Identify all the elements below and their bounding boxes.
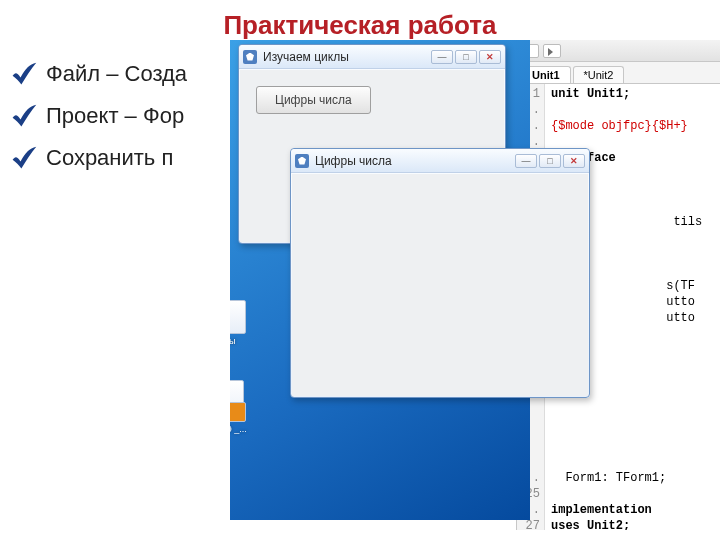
- code-toolbar: [517, 40, 720, 62]
- ide-screenshot: Unit1 *Unit2 1 . . . 5 . 25 . 27 unit Un…: [230, 40, 720, 540]
- maximize-button[interactable]: □: [455, 50, 477, 64]
- desktop-icon[interactable]: [230, 402, 246, 422]
- bullet-text: Проект – Фор: [46, 103, 184, 129]
- desktop-icon[interactable]: [230, 300, 246, 334]
- form-design-surface[interactable]: [292, 174, 588, 396]
- slide-title: Практическая работа: [0, 10, 720, 41]
- close-button[interactable]: ✕: [563, 154, 585, 168]
- editor-tab-unit2[interactable]: *Unit2: [573, 66, 625, 83]
- bullet-text: Файл – Созда: [46, 61, 187, 87]
- lazarus-icon: [243, 50, 257, 64]
- checkmark-icon: [10, 60, 38, 88]
- checkmark-icon: [10, 144, 38, 172]
- window-title: Изучаем циклы: [263, 50, 425, 64]
- window-title: Цифры числа: [315, 154, 509, 168]
- bullet-item: Файл – Созда: [10, 60, 187, 88]
- desktop-icon-label: 10 2019 _...: [230, 424, 250, 434]
- lazarus-icon: [295, 154, 309, 168]
- maximize-button[interactable]: □: [539, 154, 561, 168]
- minimize-button[interactable]: —: [515, 154, 537, 168]
- form-designer-window-2[interactable]: Цифры числа — □ ✕: [290, 148, 590, 398]
- bullet-text: Сохранить п: [46, 145, 173, 171]
- close-button[interactable]: ✕: [479, 50, 501, 64]
- bullet-item: Проект – Фор: [10, 102, 187, 130]
- form-button-digits[interactable]: Цифры числа: [256, 86, 371, 114]
- bullet-list: Файл – Созда Проект – Фор Сохранить п: [10, 60, 187, 186]
- desktop-icon-label: уклеты: [230, 336, 246, 346]
- bullet-item: Сохранить п: [10, 144, 187, 172]
- minimize-button[interactable]: —: [431, 50, 453, 64]
- checkmark-icon: [10, 102, 38, 130]
- nav-forward-button[interactable]: [543, 44, 561, 58]
- editor-tabstrip: Unit1 *Unit2: [517, 62, 720, 84]
